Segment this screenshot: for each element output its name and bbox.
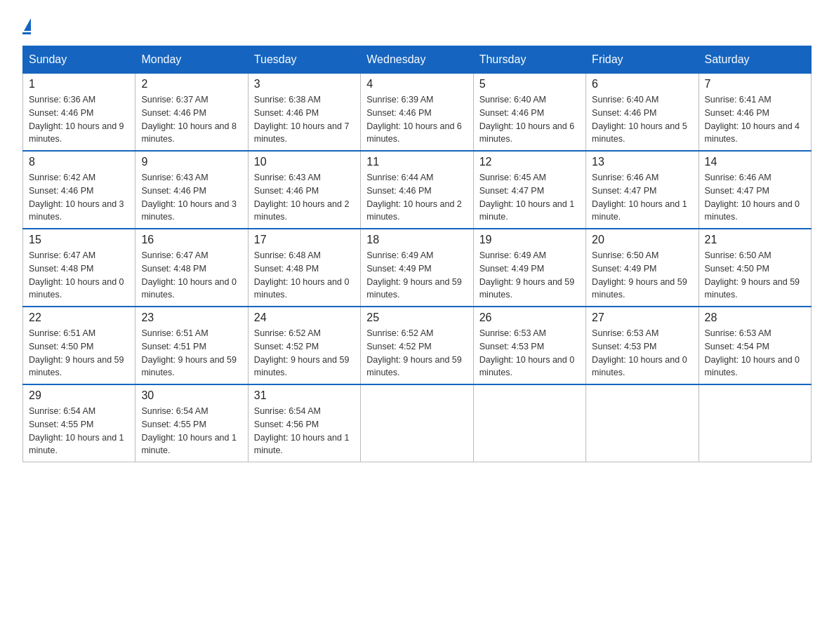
sunrise-label: Sunrise: 6:48 AM [254,250,321,260]
day-of-week-header: Saturday [699,46,811,74]
sunset-label: Sunset: 4:48 PM [29,264,93,274]
calendar-day-cell: 3 Sunrise: 6:38 AM Sunset: 4:46 PM Dayli… [248,74,360,152]
daylight-label: Daylight: 10 hours and 3 minutes. [29,199,124,222]
daylight-label: Daylight: 10 hours and 0 minutes. [141,277,237,300]
logo-underline [22,32,31,34]
day-info: Sunrise: 6:47 AM Sunset: 4:48 PM Dayligh… [141,249,241,302]
sunset-label: Sunset: 4:47 PM [705,186,769,196]
day-info: Sunrise: 6:36 AM Sunset: 4:46 PM Dayligh… [29,93,129,146]
day-number: 22 [29,311,129,324]
day-number: 21 [705,234,805,246]
sunset-label: Sunset: 4:52 PM [366,342,431,351]
sunset-label: Sunset: 4:46 PM [29,186,93,196]
day-info: Sunrise: 6:44 AM Sunset: 4:46 PM Dayligh… [366,171,467,224]
sunset-label: Sunset: 4:47 PM [592,186,656,196]
sunset-label: Sunset: 4:56 PM [254,420,319,429]
day-number: 2 [141,78,241,90]
day-info: Sunrise: 6:43 AM Sunset: 4:46 PM Dayligh… [141,171,241,224]
sunset-label: Sunset: 4:46 PM [366,108,431,118]
day-number: 6 [592,78,692,90]
calendar-day-cell: 8 Sunrise: 6:42 AM Sunset: 4:46 PM Dayli… [23,151,135,229]
daylight-label: Daylight: 10 hours and 0 minutes. [705,355,800,378]
calendar-day-cell: 15 Sunrise: 6:47 AM Sunset: 4:48 PM Dayl… [23,229,135,307]
day-info: Sunrise: 6:54 AM Sunset: 4:55 PM Dayligh… [141,405,241,457]
sunset-label: Sunset: 4:49 PM [479,264,544,274]
sunrise-label: Sunrise: 6:39 AM [366,95,433,105]
sunrise-label: Sunrise: 6:46 AM [705,173,772,182]
sunrise-label: Sunrise: 6:42 AM [29,173,95,182]
sunrise-label: Sunrise: 6:45 AM [479,173,546,182]
sunrise-label: Sunrise: 6:53 AM [479,328,546,338]
day-number: 28 [705,311,805,324]
sunrise-label: Sunrise: 6:51 AM [29,328,95,338]
day-info: Sunrise: 6:54 AM Sunset: 4:56 PM Dayligh… [254,405,355,457]
day-info: Sunrise: 6:54 AM Sunset: 4:55 PM Dayligh… [29,405,129,457]
day-of-week-header: Monday [135,46,248,74]
day-header-row: SundayMondayTuesdayWednesdayThursdayFrid… [23,46,812,74]
daylight-label: Daylight: 9 hours and 59 minutes. [479,277,575,300]
calendar-body: 1 Sunrise: 6:36 AM Sunset: 4:46 PM Dayli… [23,74,812,462]
day-number: 26 [479,311,580,324]
calendar-week-row: 29 Sunrise: 6:54 AM Sunset: 4:55 PM Dayl… [23,384,812,462]
calendar-day-cell: 27 Sunrise: 6:53 AM Sunset: 4:53 PM Dayl… [586,307,699,384]
calendar-day-cell: 23 Sunrise: 6:51 AM Sunset: 4:51 PM Dayl… [135,307,248,384]
daylight-label: Daylight: 9 hours and 59 minutes. [366,277,462,300]
calendar-day-cell: 10 Sunrise: 6:43 AM Sunset: 4:46 PM Dayl… [248,151,360,229]
day-info: Sunrise: 6:49 AM Sunset: 4:49 PM Dayligh… [479,249,580,302]
sunset-label: Sunset: 4:46 PM [705,108,769,118]
sunset-label: Sunset: 4:54 PM [705,342,769,351]
sunset-label: Sunset: 4:49 PM [592,264,656,274]
calendar-day-cell: 6 Sunrise: 6:40 AM Sunset: 4:46 PM Dayli… [586,74,699,152]
sunrise-label: Sunrise: 6:40 AM [592,95,658,105]
calendar-week-row: 15 Sunrise: 6:47 AM Sunset: 4:48 PM Dayl… [23,229,812,307]
calendar-week-row: 22 Sunrise: 6:51 AM Sunset: 4:50 PM Dayl… [23,307,812,384]
calendar-day-cell: 20 Sunrise: 6:50 AM Sunset: 4:49 PM Dayl… [586,229,699,307]
logo-text [22,17,31,31]
daylight-label: Daylight: 10 hours and 0 minutes. [479,355,575,378]
calendar-day-cell: 21 Sunrise: 6:50 AM Sunset: 4:50 PM Dayl… [699,229,811,307]
sunset-label: Sunset: 4:47 PM [479,186,544,196]
calendar-day-cell: 24 Sunrise: 6:52 AM Sunset: 4:52 PM Dayl… [248,307,360,384]
day-of-week-header: Wednesday [361,46,473,74]
daylight-label: Daylight: 9 hours and 59 minutes. [141,355,237,378]
calendar-day-cell: 2 Sunrise: 6:37 AM Sunset: 4:46 PM Dayli… [135,74,248,152]
sunrise-label: Sunrise: 6:51 AM [141,328,208,338]
sunrise-label: Sunrise: 6:43 AM [141,173,208,182]
sunrise-label: Sunrise: 6:37 AM [141,95,208,105]
calendar-day-cell: 12 Sunrise: 6:45 AM Sunset: 4:47 PM Dayl… [473,151,585,229]
sunrise-label: Sunrise: 6:52 AM [366,328,433,338]
calendar-day-cell: 9 Sunrise: 6:43 AM Sunset: 4:46 PM Dayli… [135,151,248,229]
daylight-label: Daylight: 10 hours and 1 minute. [29,433,124,456]
daylight-label: Daylight: 10 hours and 1 minute. [254,433,350,456]
sunset-label: Sunset: 4:48 PM [141,264,206,274]
calendar-day-cell: 22 Sunrise: 6:51 AM Sunset: 4:50 PM Dayl… [23,307,135,384]
sunrise-label: Sunrise: 6:54 AM [254,406,321,416]
sunset-label: Sunset: 4:46 PM [254,186,319,196]
day-number: 4 [366,78,467,90]
day-number: 9 [141,156,241,168]
daylight-label: Daylight: 10 hours and 5 minutes. [592,121,687,145]
day-info: Sunrise: 6:50 AM Sunset: 4:50 PM Dayligh… [705,249,805,302]
day-number: 10 [254,156,355,168]
day-info: Sunrise: 6:53 AM Sunset: 4:53 PM Dayligh… [592,327,692,380]
day-number: 31 [254,389,355,402]
calendar-day-cell: 1 Sunrise: 6:36 AM Sunset: 4:46 PM Dayli… [23,74,135,152]
daylight-label: Daylight: 10 hours and 1 minute. [592,199,687,222]
daylight-label: Daylight: 9 hours and 59 minutes. [705,277,800,300]
day-number: 17 [254,234,355,246]
calendar-day-cell: 28 Sunrise: 6:53 AM Sunset: 4:54 PM Dayl… [699,307,811,384]
day-number: 13 [592,156,692,168]
daylight-label: Daylight: 10 hours and 0 minutes. [705,199,800,222]
daylight-label: Daylight: 10 hours and 0 minutes. [29,277,124,300]
day-info: Sunrise: 6:52 AM Sunset: 4:52 PM Dayligh… [254,327,355,380]
day-number: 12 [479,156,580,168]
day-number: 5 [479,78,580,90]
calendar-day-cell: 17 Sunrise: 6:48 AM Sunset: 4:48 PM Dayl… [248,229,360,307]
daylight-label: Daylight: 10 hours and 1 minute. [141,433,237,456]
sunset-label: Sunset: 4:46 PM [141,108,206,118]
calendar-day-cell: 4 Sunrise: 6:39 AM Sunset: 4:46 PM Dayli… [361,74,473,152]
day-of-week-header: Sunday [23,46,135,74]
calendar-day-cell [586,384,699,462]
calendar-day-cell: 16 Sunrise: 6:47 AM Sunset: 4:48 PM Dayl… [135,229,248,307]
day-info: Sunrise: 6:51 AM Sunset: 4:50 PM Dayligh… [29,327,129,380]
